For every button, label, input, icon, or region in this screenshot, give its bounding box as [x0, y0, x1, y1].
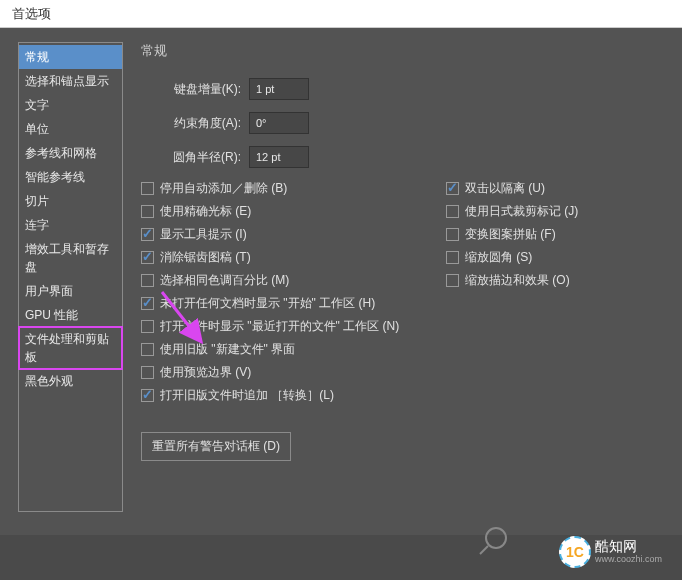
corner-radius-label: 圆角半径(R): [141, 149, 241, 166]
checkbox[interactable] [141, 205, 154, 218]
checkbox-label: 消除锯齿图稿 (T) [160, 249, 251, 266]
sidebar-item-6[interactable]: 切片 [19, 189, 122, 213]
sidebar-item-7[interactable]: 连字 [19, 213, 122, 237]
checkbox[interactable] [446, 205, 459, 218]
checkbox[interactable] [141, 366, 154, 379]
checkbox[interactable] [446, 274, 459, 287]
sidebar-item-3[interactable]: 单位 [19, 117, 122, 141]
checkbox[interactable] [446, 228, 459, 241]
checkbox-label: 打开文件时显示 "最近打开的文件" 工作区 (N) [160, 318, 399, 335]
svg-line-2 [480, 546, 488, 554]
watermark-text: 酷知网 [595, 539, 662, 554]
sidebar: 常规选择和锚点显示文字单位参考线和网格智能参考线切片连字增效工具和暂存盘用户界面… [18, 42, 123, 512]
checkbox[interactable] [446, 251, 459, 264]
sidebar-item-0[interactable]: 常规 [19, 45, 122, 69]
svg-point-1 [486, 528, 506, 548]
key-increment-input[interactable] [249, 78, 309, 100]
sidebar-item-10[interactable]: GPU 性能 [19, 303, 122, 327]
checkbox-label: 缩放圆角 (S) [465, 249, 532, 266]
constrain-angle-input[interactable] [249, 112, 309, 134]
sidebar-item-9[interactable]: 用户界面 [19, 279, 122, 303]
checkbox-label: 使用精确光标 (E) [160, 203, 251, 220]
checkbox-label: 双击以隔离 (U) [465, 180, 545, 197]
checkbox[interactable] [141, 251, 154, 264]
sidebar-item-11[interactable]: 文件处理和剪贴板 [19, 327, 122, 369]
checkbox[interactable] [141, 274, 154, 287]
panel-title: 常规 [141, 42, 664, 60]
checkbox[interactable] [141, 343, 154, 356]
checkbox[interactable] [141, 389, 154, 402]
sidebar-item-4[interactable]: 参考线和网格 [19, 141, 122, 165]
watermark-badge: 1C [559, 536, 591, 568]
checkbox[interactable] [141, 228, 154, 241]
checkbox[interactable] [446, 182, 459, 195]
checkbox[interactable] [141, 182, 154, 195]
checkbox-label: 使用日式裁剪标记 (J) [465, 203, 578, 220]
sidebar-item-8[interactable]: 增效工具和暂存盘 [19, 237, 122, 279]
constrain-angle-label: 约束角度(A): [141, 115, 241, 132]
checkbox-label: 使用预览边界 (V) [160, 364, 251, 381]
watermark: 1C 酷知网 www.coozhi.com [559, 536, 662, 568]
checkbox-label: 未打开任何文档时显示 "开始" 工作区 (H) [160, 295, 375, 312]
checkbox-label: 缩放描边和效果 (O) [465, 272, 570, 289]
checkbox[interactable] [141, 297, 154, 310]
checkbox-label: 使用旧版 "新建文件" 界面 [160, 341, 295, 358]
watermark-url: www.coozhi.com [595, 555, 662, 565]
reset-dialogs-button[interactable]: 重置所有警告对话框 (D) [141, 432, 291, 461]
key-increment-label: 键盘增量(K): [141, 81, 241, 98]
magnifier-icon [478, 526, 508, 556]
checkbox-label: 变换图案拼贴 (F) [465, 226, 556, 243]
checkbox-label: 显示工具提示 (I) [160, 226, 247, 243]
checkbox-label: 选择相同色调百分比 (M) [160, 272, 289, 289]
corner-radius-input[interactable] [249, 146, 309, 168]
sidebar-item-12[interactable]: 黑色外观 [19, 369, 122, 393]
checkbox[interactable] [141, 320, 154, 333]
checkbox-label: 打开旧版文件时追加 ［转换］(L) [160, 387, 334, 404]
checkbox-label: 停用自动添加／删除 (B) [160, 180, 287, 197]
sidebar-item-2[interactable]: 文字 [19, 93, 122, 117]
sidebar-item-5[interactable]: 智能参考线 [19, 165, 122, 189]
window-title: 首选项 [0, 0, 682, 28]
sidebar-item-1[interactable]: 选择和锚点显示 [19, 69, 122, 93]
